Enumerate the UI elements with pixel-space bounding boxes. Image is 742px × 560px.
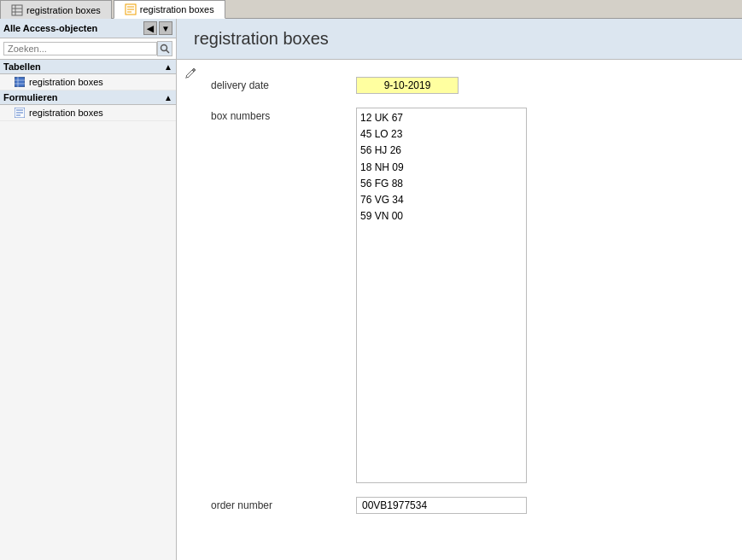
delivery-date-input[interactable] bbox=[356, 77, 459, 94]
tab-form-label: registration boxes bbox=[140, 4, 214, 15]
form-item-icon bbox=[14, 107, 26, 119]
svg-rect-10 bbox=[15, 77, 25, 87]
search-input[interactable] bbox=[3, 42, 157, 55]
tab-bar: registration boxes registration boxes bbox=[0, 0, 742, 19]
form-row-order-number: order number bbox=[211, 497, 742, 514]
sidebar-header: Alle Access-objecten ◀ ▼ bbox=[0, 19, 176, 38]
main-content: registration boxes delivery date box bbox=[177, 19, 742, 560]
sidebar-collapse-icon[interactable]: ◀ bbox=[143, 21, 157, 35]
form-row-box-numbers: box numbers bbox=[211, 108, 742, 483]
sidebar-section-tabellen[interactable]: Tabellen ▲ bbox=[0, 60, 176, 74]
sidebar-item-table-reg[interactable]: registration boxes bbox=[0, 74, 176, 90]
sidebar-item-form-reg[interactable]: registration boxes bbox=[0, 105, 176, 121]
search-bar bbox=[0, 38, 176, 60]
sidebar-section-formulieren-label: Formulieren bbox=[3, 92, 58, 102]
tab-table[interactable]: registration boxes bbox=[0, 0, 112, 19]
edit-pencil-icon bbox=[184, 67, 197, 80]
tab-form[interactable]: registration boxes bbox=[114, 0, 225, 19]
app-container: Alle Access-objecten ◀ ▼ Tabellen ▲ bbox=[0, 19, 742, 560]
form-row-delivery-date: delivery date bbox=[211, 77, 742, 94]
sidebar-header-icons: ◀ ▼ bbox=[143, 21, 172, 35]
svg-rect-0 bbox=[12, 5, 22, 15]
form-area: delivery date box numbers order number bbox=[177, 60, 742, 560]
box-numbers-textarea[interactable] bbox=[356, 108, 527, 483]
form-fields: delivery date box numbers order number bbox=[211, 77, 742, 514]
search-icon bbox=[160, 44, 170, 54]
form-title-bar: registration boxes bbox=[177, 19, 742, 60]
sidebar-section-formulieren[interactable]: Formulieren ▲ bbox=[0, 90, 176, 105]
sidebar-item-form-reg-label: registration boxes bbox=[29, 108, 103, 118]
table-item-icon bbox=[14, 76, 26, 88]
box-numbers-label: box numbers bbox=[211, 108, 356, 122]
search-button[interactable] bbox=[157, 41, 172, 56]
sidebar-options-icon[interactable]: ▼ bbox=[159, 21, 172, 35]
form-title: registration boxes bbox=[194, 29, 329, 48]
table-tab-icon bbox=[11, 4, 23, 16]
order-number-input[interactable] bbox=[356, 497, 527, 514]
svg-point-8 bbox=[161, 45, 167, 51]
tab-table-label: registration boxes bbox=[26, 5, 101, 15]
svg-line-9 bbox=[167, 50, 170, 54]
form-tab-icon bbox=[125, 3, 137, 15]
sidebar: Alle Access-objecten ◀ ▼ Tabellen ▲ bbox=[0, 19, 177, 560]
sidebar-header-label: Alle Access-objecten bbox=[3, 23, 97, 33]
delivery-date-label: delivery date bbox=[211, 77, 356, 91]
sidebar-item-table-reg-label: registration boxes bbox=[29, 77, 103, 87]
sidebar-section-tabellen-label: Tabellen bbox=[3, 61, 41, 72]
sidebar-section-tabellen-collapse: ▲ bbox=[164, 62, 172, 72]
sidebar-section-formulieren-collapse: ▲ bbox=[164, 93, 172, 102]
order-number-label: order number bbox=[211, 497, 356, 511]
